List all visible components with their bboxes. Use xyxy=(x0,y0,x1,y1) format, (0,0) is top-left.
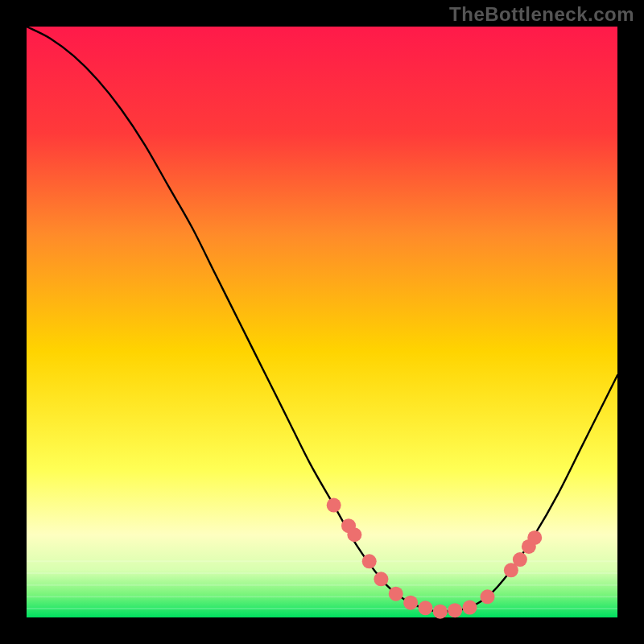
plot-background xyxy=(27,27,617,617)
curve-marker xyxy=(389,587,403,601)
curve-marker xyxy=(327,498,341,513)
bottleneck-curve-chart xyxy=(0,0,644,644)
curve-marker xyxy=(527,530,542,545)
curve-marker xyxy=(403,596,418,610)
curve-marker xyxy=(362,554,377,568)
curve-marker xyxy=(448,603,462,617)
chart-frame: TheBottleneck.com xyxy=(0,0,644,644)
curve-marker xyxy=(347,527,361,542)
watermark-text: TheBottleneck.com xyxy=(449,3,634,26)
curve-marker xyxy=(374,572,388,586)
curve-marker xyxy=(481,589,495,604)
curve-marker xyxy=(433,605,448,619)
curve-marker xyxy=(513,552,527,567)
curve-marker xyxy=(463,601,477,615)
curve-marker xyxy=(418,601,432,615)
